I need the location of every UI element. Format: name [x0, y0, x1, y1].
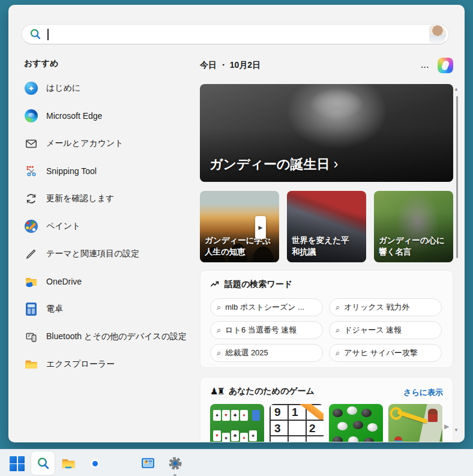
search-flyout-panel: おすすめ ✦ はじめに Microsoft Edge メールとアカウント [8, 5, 465, 442]
more-options-button[interactable]: ... [421, 62, 429, 68]
story-card-2[interactable]: 世界を変えた平 和抗議 [287, 191, 366, 262]
sidebar-item-file-explorer[interactable]: エクスプローラー [24, 351, 198, 378]
pin-icon [397, 410, 428, 424]
trending-pill[interactable]: ⌕総裁選 2025 [210, 344, 323, 362]
scrollbar-up-arrow[interactable]: ▲ [454, 86, 459, 92]
refresh-icon [24, 191, 38, 206]
content-column: 今日 ・ 10月2日 ... ガンディーの誕生日› ガンディーに学ぶ 人生の知恵… [200, 5, 453, 442]
onedrive-icon [24, 274, 38, 289]
game-tile-solitaire[interactable]: ♠ ♥ ♣ ♦ ♥ ♠ ♣ ♦ ♠ [210, 404, 264, 442]
bluetooth-devices-icon [24, 330, 38, 344]
taskbar-settings-button[interactable] [167, 456, 183, 471]
trending-pill[interactable]: ⌕ドジャース 速報 [329, 321, 442, 339]
game-tile-pull-pin-puzzle[interactable] [388, 404, 442, 442]
trending-pill[interactable]: ⌕mlb ポストシーズン ... [210, 298, 323, 316]
game-tile-sudoku[interactable]: 9 1 3 2 [270, 404, 324, 442]
chess-pieces-icon: ♟♜ [210, 386, 224, 397]
sidebar-item-check-updates[interactable]: 更新を確認します [24, 185, 198, 212]
date-header: 今日 ・ 10月2日 [200, 60, 261, 71]
snipping-tool-icon [24, 164, 38, 178]
hero-story-card[interactable]: ガンディーの誕生日› [200, 84, 453, 182]
stories-next-button[interactable]: ▶ [255, 216, 266, 239]
theme-brush-icon [24, 247, 38, 261]
scrollbar-thumb[interactable] [456, 96, 458, 258]
taskbar-firefox-button[interactable] [113, 456, 129, 471]
games-card: ♟♜ あなたのためのゲーム さらに表示 ♠ ♥ ♣ ♦ ♥ ♠ ♣ ♦ ♠ 9 … [200, 377, 453, 442]
recommended-list: ✦ はじめに Microsoft Edge メールとアカウント Snipp [24, 74, 198, 378]
search-icon: ⌕ [217, 325, 221, 335]
start-button[interactable] [10, 456, 25, 471]
sidebar-item-edge[interactable]: Microsoft Edge [24, 102, 198, 130]
scrollbar-down-arrow[interactable]: ▼ [454, 427, 459, 433]
edge-icon [24, 109, 38, 123]
calculator-icon [24, 302, 38, 316]
sidebar-item-bluetooth-devices[interactable]: Bluetooth とその他のデバイスの設定 [24, 323, 198, 351]
story-card-title: 世界を変えた平 和抗議 [292, 235, 363, 258]
taskbar-chrome-button[interactable] [87, 456, 103, 471]
search-icon: ⌕ [336, 303, 340, 312]
trending-pill[interactable]: ⌕アサヒ サイバー攻撃 [329, 344, 442, 362]
copilot-icon[interactable] [438, 58, 453, 73]
sidebar-item-onedrive[interactable]: OneDrive [24, 268, 198, 295]
search-icon: ⌕ [336, 348, 340, 358]
story-cards-row: ガンディーに学ぶ 人生の知恵 世界を変えた平 和抗議 ガンディーの心に 響く名言 [200, 191, 453, 262]
trending-searches-card: 話題の検索ワード ⌕mlb ポストシーズン ... ⌕オリックス 戦力外 ⌕ロト… [200, 270, 453, 368]
sidebar-item-get-started[interactable]: ✦ はじめに [24, 74, 198, 102]
sidebar-item-snipping-tool[interactable]: Snipping Tool [24, 157, 198, 185]
tips-icon: ✦ [24, 81, 38, 95]
recommended-header: おすすめ [24, 58, 58, 69]
story-card-3[interactable]: ガンディーの心に 響く名言 [374, 191, 453, 262]
search-icon [36, 456, 50, 471]
search-icon: ⌕ [217, 303, 221, 312]
story-card-title: ガンディーの心に 響く名言 [379, 235, 450, 258]
taskbar [0, 449, 473, 476]
hero-title: ガンディーの誕生日› [209, 155, 339, 173]
trending-up-icon [210, 280, 220, 289]
paint-icon [24, 219, 38, 233]
search-icon: ⌕ [217, 348, 221, 358]
taskbar-file-explorer-button[interactable] [61, 456, 76, 471]
taskbar-search-button[interactable] [31, 451, 55, 475]
game-tile-reversi[interactable] [329, 404, 383, 442]
trending-title: 話題の検索ワード [224, 279, 292, 290]
search-icon [29, 28, 41, 40]
taskbar-system-monitor-button[interactable] [140, 456, 156, 471]
games-next-arrow[interactable]: ▶ [444, 423, 449, 430]
sidebar-item-themes-settings[interactable]: テーマと関連項目の設定 [24, 240, 198, 268]
file-explorer-icon [24, 357, 38, 372]
chevron-right-icon: › [334, 155, 339, 172]
show-more-link[interactable]: さらに表示 [403, 387, 443, 398]
sidebar-item-calculator[interactable]: 電卓 [24, 295, 198, 323]
trending-pill[interactable]: ⌕オリックス 戦力外 [329, 298, 442, 316]
search-icon: ⌕ [336, 325, 340, 335]
games-title: あなたのためのゲーム [229, 386, 315, 397]
mail-icon [24, 136, 38, 151]
story-card-1[interactable]: ガンディーに学ぶ 人生の知恵 [200, 191, 279, 262]
sidebar-item-paint[interactable]: ペイント [24, 212, 198, 240]
sidebar-item-mail-accounts[interactable]: メールとアカウント [24, 130, 198, 157]
trending-pill[interactable]: ⌕ロト6 当選番号 速報 [210, 321, 323, 339]
